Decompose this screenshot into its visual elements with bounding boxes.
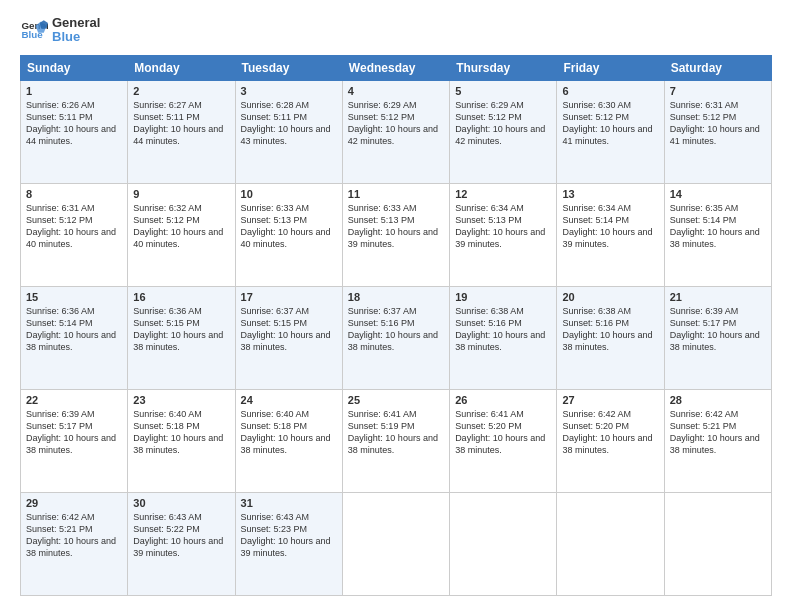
calendar-cell: [450, 492, 557, 595]
cell-content: Sunrise: 6:39 AM Sunset: 5:17 PM Dayligh…: [670, 305, 766, 354]
cell-content: Sunrise: 6:42 AM Sunset: 5:21 PM Dayligh…: [670, 408, 766, 457]
calendar-cell: 23 Sunrise: 6:40 AM Sunset: 5:18 PM Dayl…: [128, 389, 235, 492]
cell-content: Sunrise: 6:37 AM Sunset: 5:16 PM Dayligh…: [348, 305, 444, 354]
calendar-body: 1 Sunrise: 6:26 AM Sunset: 5:11 PM Dayli…: [21, 80, 772, 595]
calendar-header-saturday: Saturday: [664, 55, 771, 80]
calendar-cell: 24 Sunrise: 6:40 AM Sunset: 5:18 PM Dayl…: [235, 389, 342, 492]
cell-content: Sunrise: 6:33 AM Sunset: 5:13 PM Dayligh…: [348, 202, 444, 251]
cell-content: Sunrise: 6:29 AM Sunset: 5:12 PM Dayligh…: [348, 99, 444, 148]
day-number: 31: [241, 497, 337, 509]
day-number: 12: [455, 188, 551, 200]
day-number: 15: [26, 291, 122, 303]
day-number: 10: [241, 188, 337, 200]
calendar-cell: 15 Sunrise: 6:36 AM Sunset: 5:14 PM Dayl…: [21, 286, 128, 389]
cell-content: Sunrise: 6:42 AM Sunset: 5:20 PM Dayligh…: [562, 408, 658, 457]
day-number: 7: [670, 85, 766, 97]
cell-content: Sunrise: 6:42 AM Sunset: 5:21 PM Dayligh…: [26, 511, 122, 560]
calendar-cell: 30 Sunrise: 6:43 AM Sunset: 5:22 PM Dayl…: [128, 492, 235, 595]
calendar-cell: 17 Sunrise: 6:37 AM Sunset: 5:15 PM Dayl…: [235, 286, 342, 389]
calendar-cell: 3 Sunrise: 6:28 AM Sunset: 5:11 PM Dayli…: [235, 80, 342, 183]
cell-content: Sunrise: 6:37 AM Sunset: 5:15 PM Dayligh…: [241, 305, 337, 354]
cell-content: Sunrise: 6:28 AM Sunset: 5:11 PM Dayligh…: [241, 99, 337, 148]
calendar-cell: 19 Sunrise: 6:38 AM Sunset: 5:16 PM Dayl…: [450, 286, 557, 389]
day-number: 17: [241, 291, 337, 303]
calendar-cell: 1 Sunrise: 6:26 AM Sunset: 5:11 PM Dayli…: [21, 80, 128, 183]
calendar-cell: 11 Sunrise: 6:33 AM Sunset: 5:13 PM Dayl…: [342, 183, 449, 286]
calendar-cell: 16 Sunrise: 6:36 AM Sunset: 5:15 PM Dayl…: [128, 286, 235, 389]
calendar-cell: 5 Sunrise: 6:29 AM Sunset: 5:12 PM Dayli…: [450, 80, 557, 183]
cell-content: Sunrise: 6:41 AM Sunset: 5:20 PM Dayligh…: [455, 408, 551, 457]
cell-content: Sunrise: 6:43 AM Sunset: 5:22 PM Dayligh…: [133, 511, 229, 560]
logo-line1: General: [52, 16, 100, 30]
day-number: 9: [133, 188, 229, 200]
day-number: 19: [455, 291, 551, 303]
day-number: 22: [26, 394, 122, 406]
cell-content: Sunrise: 6:34 AM Sunset: 5:14 PM Dayligh…: [562, 202, 658, 251]
calendar-cell: 22 Sunrise: 6:39 AM Sunset: 5:17 PM Dayl…: [21, 389, 128, 492]
day-number: 4: [348, 85, 444, 97]
calendar-cell: 27 Sunrise: 6:42 AM Sunset: 5:20 PM Dayl…: [557, 389, 664, 492]
day-number: 24: [241, 394, 337, 406]
day-number: 14: [670, 188, 766, 200]
day-number: 20: [562, 291, 658, 303]
calendar-week-4: 22 Sunrise: 6:39 AM Sunset: 5:17 PM Dayl…: [21, 389, 772, 492]
day-number: 11: [348, 188, 444, 200]
day-number: 27: [562, 394, 658, 406]
day-number: 16: [133, 291, 229, 303]
calendar-cell: [342, 492, 449, 595]
cell-content: Sunrise: 6:36 AM Sunset: 5:14 PM Dayligh…: [26, 305, 122, 354]
calendar-week-2: 8 Sunrise: 6:31 AM Sunset: 5:12 PM Dayli…: [21, 183, 772, 286]
calendar-cell: 25 Sunrise: 6:41 AM Sunset: 5:19 PM Dayl…: [342, 389, 449, 492]
calendar-cell: 29 Sunrise: 6:42 AM Sunset: 5:21 PM Dayl…: [21, 492, 128, 595]
day-number: 23: [133, 394, 229, 406]
calendar-cell: 31 Sunrise: 6:43 AM Sunset: 5:23 PM Dayl…: [235, 492, 342, 595]
header: General Blue General Blue: [20, 16, 772, 45]
calendar-cell: 26 Sunrise: 6:41 AM Sunset: 5:20 PM Dayl…: [450, 389, 557, 492]
day-number: 2: [133, 85, 229, 97]
page: General Blue General Blue SundayMondayTu…: [0, 0, 792, 612]
cell-content: Sunrise: 6:30 AM Sunset: 5:12 PM Dayligh…: [562, 99, 658, 148]
calendar-header-wednesday: Wednesday: [342, 55, 449, 80]
day-number: 29: [26, 497, 122, 509]
logo-icon: General Blue: [20, 16, 48, 44]
calendar-header-thursday: Thursday: [450, 55, 557, 80]
cell-content: Sunrise: 6:27 AM Sunset: 5:11 PM Dayligh…: [133, 99, 229, 148]
cell-content: Sunrise: 6:41 AM Sunset: 5:19 PM Dayligh…: [348, 408, 444, 457]
cell-content: Sunrise: 6:29 AM Sunset: 5:12 PM Dayligh…: [455, 99, 551, 148]
calendar-cell: [664, 492, 771, 595]
calendar-cell: 4 Sunrise: 6:29 AM Sunset: 5:12 PM Dayli…: [342, 80, 449, 183]
cell-content: Sunrise: 6:34 AM Sunset: 5:13 PM Dayligh…: [455, 202, 551, 251]
calendar-header-row: SundayMondayTuesdayWednesdayThursdayFrid…: [21, 55, 772, 80]
day-number: 1: [26, 85, 122, 97]
calendar-cell: 2 Sunrise: 6:27 AM Sunset: 5:11 PM Dayli…: [128, 80, 235, 183]
calendar-header-tuesday: Tuesday: [235, 55, 342, 80]
cell-content: Sunrise: 6:39 AM Sunset: 5:17 PM Dayligh…: [26, 408, 122, 457]
calendar-cell: 9 Sunrise: 6:32 AM Sunset: 5:12 PM Dayli…: [128, 183, 235, 286]
calendar-cell: 12 Sunrise: 6:34 AM Sunset: 5:13 PM Dayl…: [450, 183, 557, 286]
cell-content: Sunrise: 6:35 AM Sunset: 5:14 PM Dayligh…: [670, 202, 766, 251]
calendar-cell: 13 Sunrise: 6:34 AM Sunset: 5:14 PM Dayl…: [557, 183, 664, 286]
day-number: 18: [348, 291, 444, 303]
cell-content: Sunrise: 6:26 AM Sunset: 5:11 PM Dayligh…: [26, 99, 122, 148]
cell-content: Sunrise: 6:31 AM Sunset: 5:12 PM Dayligh…: [26, 202, 122, 251]
cell-content: Sunrise: 6:32 AM Sunset: 5:12 PM Dayligh…: [133, 202, 229, 251]
calendar-week-5: 29 Sunrise: 6:42 AM Sunset: 5:21 PM Dayl…: [21, 492, 772, 595]
cell-content: Sunrise: 6:40 AM Sunset: 5:18 PM Dayligh…: [241, 408, 337, 457]
calendar-cell: [557, 492, 664, 595]
calendar-cell: 7 Sunrise: 6:31 AM Sunset: 5:12 PM Dayli…: [664, 80, 771, 183]
day-number: 26: [455, 394, 551, 406]
day-number: 28: [670, 394, 766, 406]
day-number: 30: [133, 497, 229, 509]
cell-content: Sunrise: 6:31 AM Sunset: 5:12 PM Dayligh…: [670, 99, 766, 148]
day-number: 21: [670, 291, 766, 303]
day-number: 5: [455, 85, 551, 97]
logo: General Blue General Blue: [20, 16, 100, 45]
day-number: 25: [348, 394, 444, 406]
day-number: 13: [562, 188, 658, 200]
logo-line2: Blue: [52, 30, 100, 44]
calendar-header-monday: Monday: [128, 55, 235, 80]
cell-content: Sunrise: 6:43 AM Sunset: 5:23 PM Dayligh…: [241, 511, 337, 560]
day-number: 8: [26, 188, 122, 200]
day-number: 6: [562, 85, 658, 97]
calendar-table: SundayMondayTuesdayWednesdayThursdayFrid…: [20, 55, 772, 596]
